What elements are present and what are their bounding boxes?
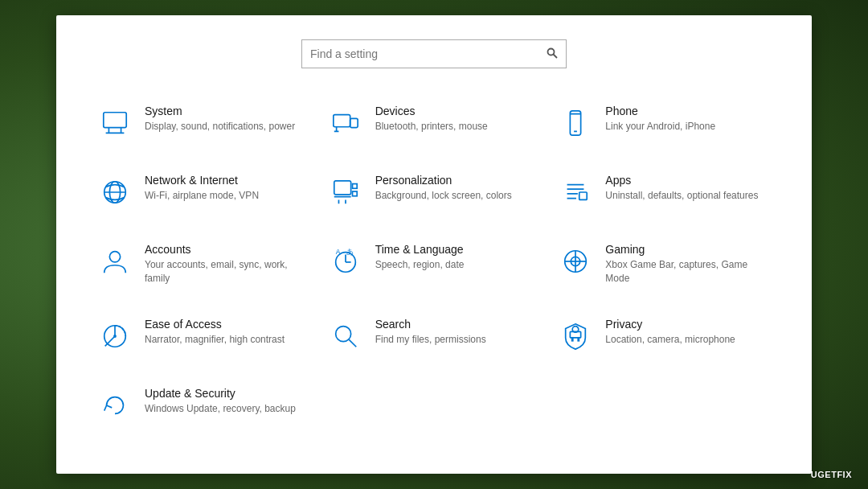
setting-title-update: Update & Security — [145, 387, 296, 400]
svg-point-0 — [548, 48, 555, 55]
setting-title-apps: Apps — [605, 174, 758, 187]
svg-text:A: A — [335, 248, 340, 256]
setting-item-apps[interactable]: Apps Uninstall, defaults, optional featu… — [549, 162, 780, 223]
accounts-icon — [96, 243, 133, 280]
svg-rect-18 — [352, 184, 357, 189]
svg-line-1 — [554, 54, 558, 58]
svg-rect-16 — [334, 181, 350, 195]
setting-desc-phone: Link your Android, iPhone — [605, 120, 715, 134]
settings-grid: System Display, sound, notifications, po… — [88, 92, 780, 436]
setting-text-network: Network & Internet Wi-Fi, airplane mode,… — [145, 174, 259, 203]
svg-rect-6 — [333, 115, 350, 127]
update-icon — [96, 387, 133, 424]
setting-title-search: Search — [375, 318, 486, 331]
setting-item-time[interactable]: Aあ Time & Language Speech, region, date — [319, 231, 550, 298]
svg-line-38 — [105, 336, 115, 346]
setting-desc-gaming: Xbox Game Bar, captures, Game Mode — [605, 258, 764, 286]
setting-text-time: Time & Language Speech, region, date — [375, 243, 465, 272]
apps-icon — [557, 174, 594, 211]
setting-desc-search: Find my files, permissions — [375, 333, 486, 347]
search-bar[interactable] — [301, 39, 567, 68]
svg-rect-19 — [352, 191, 357, 196]
setting-text-system: System Display, sound, notifications, po… — [145, 105, 295, 134]
setting-title-network: Network & Internet — [145, 174, 259, 187]
setting-text-search: Search Find my files, permissions — [375, 318, 486, 347]
setting-desc-ease: Narrator, magnifier, high contrast — [145, 333, 285, 347]
setting-title-time: Time & Language — [375, 243, 465, 256]
setting-text-privacy: Privacy Location, camera, microphone — [605, 318, 735, 347]
setting-title-accounts: Accounts — [145, 243, 303, 256]
setting-desc-personalization: Background, lock screen, colors — [375, 189, 512, 203]
setting-title-ease: Ease of Access — [145, 318, 285, 331]
setting-item-personalization[interactable]: Personalization Background, lock screen,… — [319, 162, 550, 223]
setting-text-devices: Devices Bluetooth, printers, mouse — [375, 105, 488, 134]
network-icon — [96, 174, 133, 211]
setting-item-devices[interactable]: Devices Bluetooth, printers, mouse — [319, 92, 550, 154]
setting-item-network[interactable]: Network & Internet Wi-Fi, airplane mode,… — [88, 162, 319, 223]
personalization-icon — [327, 174, 364, 211]
setting-item-accounts[interactable]: Accounts Your accounts, email, sync, wor… — [88, 231, 319, 298]
svg-rect-2 — [104, 113, 126, 128]
setting-title-phone: Phone — [605, 105, 715, 117]
search-container — [88, 39, 780, 68]
setting-item-update[interactable]: Update & Security Windows Update, recove… — [88, 375, 319, 436]
setting-title-system: System — [145, 105, 295, 117]
setting-desc-update: Windows Update, recovery, backup — [145, 402, 296, 416]
watermark: UGETFIX — [811, 470, 852, 479]
setting-title-gaming: Gaming — [605, 243, 764, 256]
search-icon — [327, 318, 364, 355]
svg-point-27 — [109, 252, 120, 262]
svg-rect-7 — [350, 118, 357, 127]
setting-item-phone[interactable]: Phone Link your Android, iPhone — [549, 92, 780, 154]
setting-item-privacy[interactable]: Privacy Location, camera, microphone — [549, 306, 780, 367]
setting-desc-time: Speech, region, date — [375, 258, 465, 272]
svg-point-40 — [113, 335, 117, 338]
svg-text:あ: あ — [346, 248, 354, 256]
setting-title-personalization: Personalization — [375, 174, 512, 187]
setting-desc-network: Wi-Fi, airplane mode, VPN — [145, 189, 259, 203]
phone-icon — [557, 105, 594, 142]
svg-line-42 — [348, 339, 355, 346]
setting-title-privacy: Privacy — [605, 318, 735, 331]
svg-rect-26 — [579, 192, 587, 199]
time-icon: Aあ — [327, 243, 364, 280]
setting-desc-privacy: Location, camera, microphone — [605, 333, 735, 347]
setting-desc-system: Display, sound, notifications, power — [145, 120, 295, 134]
setting-desc-accounts: Your accounts, email, sync, work, family — [145, 258, 303, 286]
setting-text-personalization: Personalization Background, lock screen,… — [375, 174, 512, 203]
ease-icon — [96, 318, 133, 355]
setting-desc-apps: Uninstall, defaults, optional features — [605, 189, 758, 203]
setting-text-accounts: Accounts Your accounts, email, sync, wor… — [145, 243, 303, 286]
setting-desc-devices: Bluetooth, printers, mouse — [375, 120, 488, 134]
setting-item-system[interactable]: System Display, sound, notifications, po… — [88, 92, 319, 154]
settings-window: System Display, sound, notifications, po… — [56, 15, 812, 474]
search-input[interactable] — [310, 47, 547, 60]
setting-text-gaming: Gaming Xbox Game Bar, captures, Game Mod… — [605, 243, 764, 286]
setting-text-apps: Apps Uninstall, defaults, optional featu… — [605, 174, 758, 203]
setting-item-ease[interactable]: Ease of Access Narrator, magnifier, high… — [88, 306, 319, 367]
setting-text-ease: Ease of Access Narrator, magnifier, high… — [145, 318, 285, 347]
setting-text-phone: Phone Link your Android, iPhone — [605, 105, 715, 134]
system-icon — [96, 105, 133, 142]
setting-item-search[interactable]: Search Find my files, permissions — [319, 306, 550, 367]
gaming-icon — [557, 243, 594, 280]
setting-item-gaming[interactable]: Gaming Xbox Game Bar, captures, Game Mod… — [549, 231, 780, 298]
setting-title-devices: Devices — [375, 105, 488, 117]
setting-text-update: Update & Security Windows Update, recove… — [145, 387, 296, 416]
devices-icon — [327, 105, 364, 142]
search-icon — [547, 47, 558, 61]
privacy-icon — [557, 318, 594, 355]
